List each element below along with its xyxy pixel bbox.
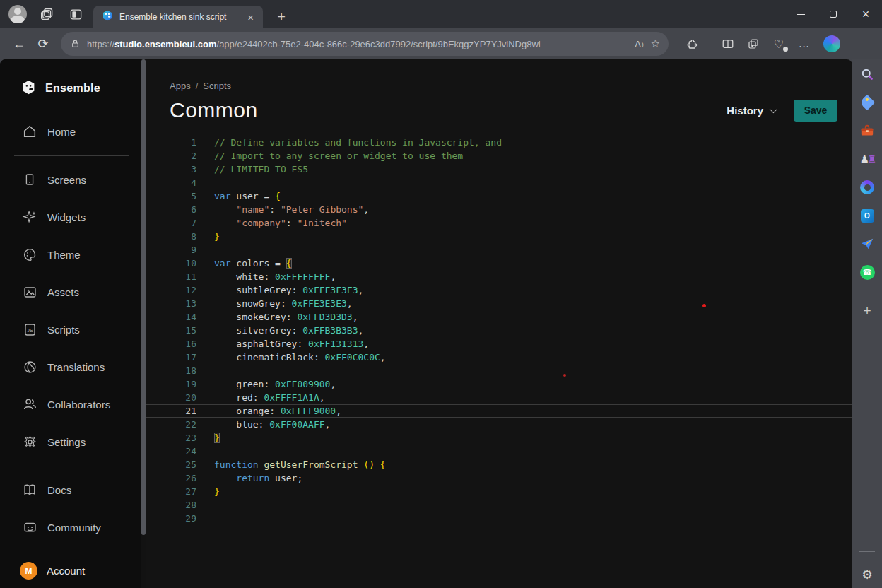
- code-line[interactable]: 26 return user;: [146, 471, 852, 485]
- refresh-icon[interactable]: ⟳: [31, 32, 55, 56]
- sidebar-divider: [14, 466, 129, 466]
- code-line[interactable]: 17 cinematicBlack: 0xFF0C0C0C,: [146, 351, 852, 364]
- sidebar-item-label: Widgets: [47, 211, 86, 223]
- sidebar-item-account[interactable]: M Account: [20, 562, 85, 580]
- drop-icon[interactable]: [858, 235, 876, 253]
- new-tab-button[interactable]: +: [271, 7, 291, 27]
- breadcrumb-apps[interactable]: Apps: [170, 81, 191, 91]
- games-icon[interactable]: ♟♜: [858, 150, 876, 168]
- tab-actions-icon[interactable]: [68, 6, 83, 22]
- sidebar-item-collaborators[interactable]: Collaborators: [21, 396, 141, 413]
- sidebar-item-screens[interactable]: Screens: [21, 171, 141, 188]
- code-line[interactable]: 7 "company": "Initech": [146, 216, 852, 230]
- code-line[interactable]: 29: [146, 512, 852, 525]
- sidebar-item-label: Community: [47, 522, 101, 534]
- line-number: 4: [146, 176, 196, 189]
- split-screen-icon[interactable]: [716, 32, 740, 56]
- line-content: // LIMITED TO ES5: [214, 163, 852, 176]
- code-line[interactable]: 14 smokeGrey: 0xFFD3D3D3,: [146, 310, 852, 324]
- browser-essentials-icon[interactable]: ♡: [767, 32, 791, 56]
- code-line[interactable]: 1// Define variables and functions in Ja…: [146, 136, 852, 149]
- shopping-icon[interactable]: [858, 93, 876, 112]
- sidebar-item-assets[interactable]: Assets: [21, 283, 141, 300]
- extensions-icon[interactable]: [680, 32, 704, 56]
- outlook-icon[interactable]: O: [858, 206, 876, 225]
- code-editor[interactable]: 1// Define variables and functions in Ja…: [146, 136, 852, 525]
- line-number: 9: [146, 243, 196, 257]
- window-maximize-button[interactable]: [817, 0, 849, 28]
- window-minimize-button[interactable]: [784, 0, 817, 28]
- code-line[interactable]: 6 "name": "Peter Gibbons",: [146, 203, 852, 216]
- ensemble-logo[interactable]: Ensemble: [0, 59, 141, 99]
- code-line[interactable]: 13 snowGrey: 0xFFE3E3E3,: [146, 297, 852, 310]
- sidebar-item-label: Docs: [47, 484, 71, 496]
- code-line[interactable]: 8}: [146, 230, 852, 243]
- favorite-star-icon[interactable]: ☆: [651, 37, 660, 50]
- code-line[interactable]: 15 silverGrey: 0xFFB3B3B3,: [146, 324, 852, 337]
- account-avatar: M: [20, 562, 37, 580]
- code-line[interactable]: 22 blue: 0xFF00AAFF,: [146, 418, 852, 431]
- microsoft365-icon[interactable]: [858, 178, 876, 196]
- add-to-sidebar-icon[interactable]: +: [858, 302, 876, 320]
- line-content: blue: 0xFF00AAFF,: [214, 418, 852, 431]
- line-content: }: [214, 485, 852, 498]
- code-line[interactable]: 27}: [146, 485, 852, 498]
- line-number: 13: [146, 297, 196, 310]
- code-line[interactable]: 28: [146, 498, 852, 512]
- line-number: 12: [146, 283, 196, 297]
- community-icon: [21, 519, 38, 536]
- code-line[interactable]: 16 asphaltGrey: 0xFF131313,: [146, 337, 852, 351]
- sidebar-settings-gear-icon[interactable]: ⚙: [862, 568, 872, 582]
- sidebar-item-widgets[interactable]: Widgets: [21, 208, 141, 225]
- back-icon[interactable]: ←: [7, 32, 31, 56]
- code-line[interactable]: 12 subtleGrey: 0xFFF3F3F3,: [146, 283, 852, 297]
- tools-icon[interactable]: [858, 122, 876, 140]
- sidebar-item-theme[interactable]: Theme: [21, 246, 141, 263]
- breadcrumb-scripts[interactable]: Scripts: [203, 81, 231, 91]
- code-line[interactable]: 3// LIMITED TO ES5: [146, 163, 852, 176]
- history-dropdown[interactable]: History: [727, 105, 775, 117]
- copilot-icon[interactable]: [823, 35, 840, 52]
- chevron-down-icon: [770, 105, 777, 113]
- collections-icon[interactable]: [741, 32, 765, 56]
- ensemble-logo-icon: [21, 80, 36, 98]
- read-aloud-icon[interactable]: A): [635, 39, 643, 49]
- search-icon[interactable]: [858, 65, 876, 83]
- line-number: 29: [146, 512, 196, 525]
- code-line[interactable]: 4: [146, 176, 852, 189]
- sidebar-item-translations[interactable]: Translations: [21, 358, 141, 375]
- code-line[interactable]: 19 green: 0xFF009900,: [146, 377, 852, 391]
- window-close-button[interactable]: ×: [849, 0, 882, 28]
- sidebar-item-home[interactable]: Home: [21, 123, 141, 140]
- code-line[interactable]: 5var user = {: [146, 189, 852, 203]
- save-button[interactable]: Save: [794, 100, 837, 122]
- assets-icon: [21, 283, 38, 300]
- code-line[interactable]: 23}: [146, 431, 852, 445]
- sidebar-item-docs[interactable]: Docs: [21, 481, 141, 498]
- code-line[interactable]: 9: [146, 243, 852, 257]
- sidebar-item-settings[interactable]: Settings: [21, 433, 141, 450]
- code-line[interactable]: 2// Import to any screen or widget to us…: [146, 149, 852, 163]
- code-line[interactable]: 24: [146, 445, 852, 458]
- profile-avatar[interactable]: [8, 5, 27, 23]
- line-number: 24: [146, 445, 196, 458]
- whatsapp-icon[interactable]: ☎: [858, 263, 876, 281]
- sidebar-item-scripts[interactable]: JSScripts: [21, 321, 141, 338]
- tab-close-icon[interactable]: ×: [245, 12, 256, 23]
- sidebar-item-community[interactable]: Community: [21, 519, 141, 536]
- url-text[interactable]: https://studio.ensembleui.com/app/e24402…: [87, 39, 628, 49]
- code-line[interactable]: 20 red: 0xFFFF1A1A,: [146, 391, 852, 404]
- line-number: 6: [146, 203, 196, 216]
- more-menu-icon[interactable]: …: [792, 32, 816, 56]
- code-line[interactable]: 10var colors = {: [146, 257, 852, 270]
- line-content: subtleGrey: 0xFFF3F3F3,: [214, 283, 852, 297]
- code-line[interactable]: 11 white: 0xFFFFFFFF,: [146, 270, 852, 283]
- address-bar[interactable]: https://studio.ensembleui.com/app/e24402…: [61, 32, 669, 56]
- code-line-current[interactable]: 21 orange: 0xFFFF9000,: [146, 404, 852, 418]
- code-line[interactable]: 25function getUserFromScript () {: [146, 458, 852, 471]
- browser-tab[interactable]: Ensemble kitchen sink script ×: [93, 6, 263, 28]
- code-line[interactable]: 18: [146, 364, 852, 377]
- line-content: // Import to any screen or widget to use…: [214, 149, 852, 163]
- workspaces-icon[interactable]: [40, 6, 55, 22]
- line-content: }: [214, 431, 852, 445]
